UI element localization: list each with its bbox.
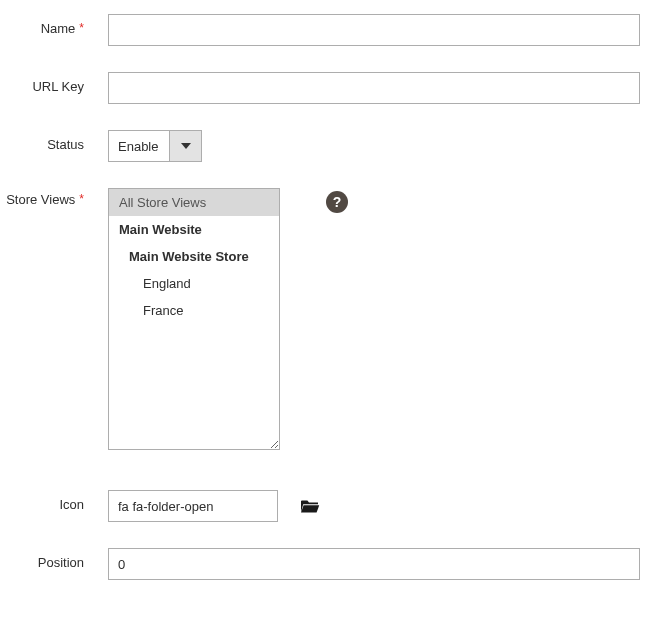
name-label: Name xyxy=(0,14,108,36)
store-views-option[interactable]: Main Website xyxy=(109,216,279,243)
folder-open-icon xyxy=(300,498,320,514)
status-dropdown-toggle[interactable] xyxy=(169,131,201,161)
store-views-option[interactable]: France xyxy=(109,297,279,324)
icon-input[interactable] xyxy=(108,490,278,522)
store-views-label: Store Views xyxy=(0,188,108,207)
name-input[interactable] xyxy=(108,14,640,46)
icon-label: Icon xyxy=(0,490,108,512)
store-views-multiselect[interactable]: All Store ViewsMain WebsiteMain Website … xyxy=(108,188,280,450)
position-input[interactable] xyxy=(108,548,640,580)
store-views-option[interactable]: England xyxy=(109,270,279,297)
position-label: Position xyxy=(0,548,108,570)
store-views-option[interactable]: Main Website Store xyxy=(109,243,279,270)
help-icon[interactable]: ? xyxy=(326,191,348,213)
status-label: Status xyxy=(0,130,108,152)
url-key-input[interactable] xyxy=(108,72,640,104)
status-select[interactable]: Enable xyxy=(109,131,169,161)
url-key-label: URL Key xyxy=(0,72,108,94)
store-views-option[interactable]: All Store Views xyxy=(109,189,279,216)
caret-down-icon xyxy=(181,143,191,149)
